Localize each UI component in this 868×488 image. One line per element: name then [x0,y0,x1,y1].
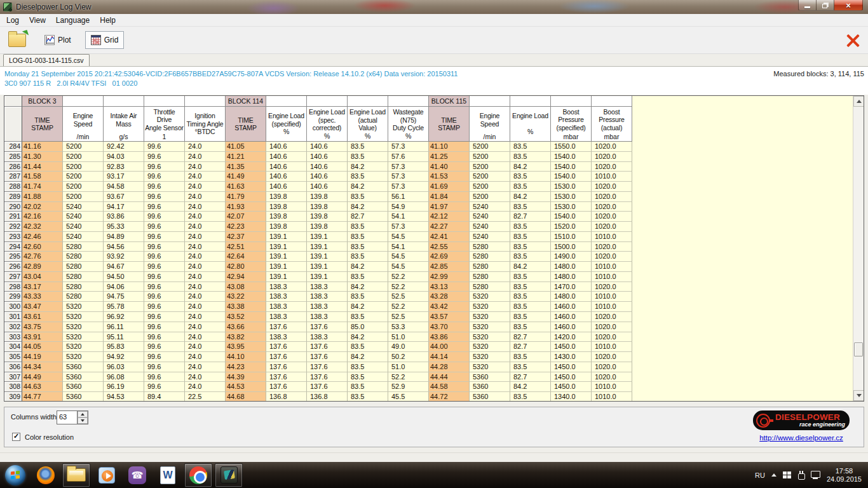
row-number[interactable]: 298 [4,282,22,292]
grid-cell[interactable]: 136.8 [266,392,307,402]
grid-cell[interactable]: 99.6 [144,382,185,392]
grid-cell[interactable]: 53.3 [388,322,429,332]
grid-cell[interactable]: 24.0 [185,152,226,162]
grid-cell[interactable]: 44.28 [429,362,470,372]
grid-cell[interactable]: 1480.0 [551,262,592,272]
row-number[interactable]: 285 [4,152,22,162]
grid-cell[interactable]: 1020.0 [592,252,632,262]
grid-cell[interactable]: 5360 [470,382,510,392]
grid-cell[interactable]: 83.5 [348,152,388,162]
grid-cell[interactable]: 1470.0 [551,282,592,292]
grid-cell[interactable]: 1530.0 [551,182,592,192]
grid-cell[interactable]: 43.75 [22,322,63,332]
grid-cell[interactable]: 1020.0 [592,152,632,162]
grid-cell[interactable]: 41.30 [22,152,63,162]
row-number[interactable]: 295 [4,252,22,262]
grid-cell[interactable]: 1460.0 [551,302,592,312]
grid-cell[interactable]: 140.6 [307,182,348,192]
grid-cell[interactable]: 94.56 [104,242,144,252]
grid-cell[interactable]: 43.28 [429,292,470,302]
grid-cell[interactable]: 140.6 [307,152,348,162]
grid-cell[interactable]: 24.0 [185,372,226,383]
grid-cell[interactable]: 41.49 [226,172,266,182]
grid-cell[interactable]: 42.94 [226,272,266,282]
grid-cell[interactable]: 99.6 [144,242,185,252]
grid-cell[interactable]: 42.55 [429,242,470,252]
grid-cell[interactable]: 41.44 [22,162,63,172]
grid-cell[interactable]: 42.99 [429,272,470,282]
grid-cell[interactable]: 84.2 [348,302,388,312]
grid-cell[interactable]: 83.5 [510,232,551,242]
grid-cell[interactable]: 1540.0 [551,152,592,162]
grid-cell[interactable]: 1020.0 [592,212,632,222]
grid-cell[interactable]: 5280 [63,242,104,252]
grid-cell[interactable]: 99.6 [144,282,185,292]
grid-cell[interactable]: 44.05 [22,342,63,352]
grid-cell[interactable]: 1010.0 [592,272,632,282]
grid-cell[interactable]: 1020.0 [592,322,632,332]
grid-cell[interactable]: 41.10 [429,142,470,152]
grid-cell[interactable]: 51.0 [388,362,429,372]
grid-cell[interactable]: 139.1 [266,252,307,262]
grid-cell[interactable]: 140.6 [266,162,307,172]
grid-cell[interactable]: 1530.0 [551,192,592,202]
dieselpower-link[interactable]: http://www.dieselpower.cz [759,434,843,442]
grid-cell[interactable]: 140.6 [266,172,307,182]
grid-cell[interactable]: 5360 [63,392,104,402]
grid-cell[interactable]: 24.0 [185,202,226,212]
grid-cell[interactable]: 82.7 [510,342,551,352]
row-number[interactable]: 296 [4,262,22,272]
grid-cell[interactable]: 83.5 [510,292,551,302]
grid-cell[interactable]: 94.17 [104,202,144,212]
grid-cell[interactable]: 1010.0 [592,262,632,272]
grid-cell[interactable]: 99.6 [144,312,185,322]
grid-cell[interactable]: 140.6 [307,142,348,152]
grid-cell[interactable]: 99.6 [144,302,185,312]
columns-width-stepper[interactable]: 63 [57,410,88,424]
grid-cell[interactable]: 41.25 [429,152,470,162]
grid-cell[interactable]: 1450.0 [551,372,592,383]
grid-cell[interactable]: 5320 [470,302,510,312]
grid-cell[interactable]: 42.51 [226,242,266,252]
grid-cell[interactable]: 44.53 [226,382,266,392]
grid-cell[interactable]: 41.69 [429,182,470,192]
grid-cell[interactable]: 5240 [470,222,510,232]
grid-cell[interactable]: 1430.0 [551,352,592,362]
grid-cell[interactable]: 5280 [470,242,510,252]
grid-cell[interactable]: 94.58 [104,182,144,192]
grid-cell[interactable]: 44.34 [22,362,63,372]
grid-cell[interactable]: 1540.0 [551,212,592,222]
grid-cell[interactable]: 5280 [470,282,510,292]
grid-cell[interactable]: 84.2 [510,262,551,272]
grid-cell[interactable]: 51.0 [388,332,429,342]
row-number[interactable]: 287 [4,172,22,182]
grid-cell[interactable]: 1020.0 [592,352,632,362]
grid-cell[interactable]: 1020.0 [592,142,632,152]
grid-cell[interactable]: 83.5 [510,222,551,232]
close-button[interactable]: × [834,0,863,11]
grid-cell[interactable]: 44.00 [429,342,470,352]
grid-cell[interactable]: 24.0 [185,312,226,322]
grid-cell[interactable]: 5200 [63,162,104,172]
clock[interactable]: 17:58 24.09.2015 [827,467,862,484]
grid-cell[interactable]: 1020.0 [592,182,632,192]
row-number[interactable]: 293 [4,232,22,242]
grid-cell[interactable]: 137.6 [266,362,307,372]
grid-cell[interactable]: 137.6 [266,372,307,383]
grid-cell[interactable]: 83.5 [510,272,551,282]
grid-cell[interactable]: 1020.0 [592,222,632,232]
grid-cell[interactable]: 43.47 [22,302,63,312]
windows-flag-tray-icon[interactable] [783,471,791,478]
grid-cell[interactable]: 137.6 [307,372,348,383]
grid-cell[interactable]: 1520.0 [551,222,592,232]
grid-cell[interactable]: 41.79 [226,192,266,202]
grid-cell[interactable]: 42.89 [22,262,63,272]
grid-cell[interactable]: 5200 [470,162,510,172]
taskbar-firefox[interactable] [32,463,60,487]
grid-cell[interactable]: 99.6 [144,172,185,182]
row-number[interactable]: 288 [4,182,22,192]
grid-cell[interactable]: 43.82 [226,332,266,342]
network-icon[interactable] [811,471,820,479]
grid-cell[interactable]: 1480.0 [551,292,592,302]
grid-cell[interactable]: 99.6 [144,372,185,383]
